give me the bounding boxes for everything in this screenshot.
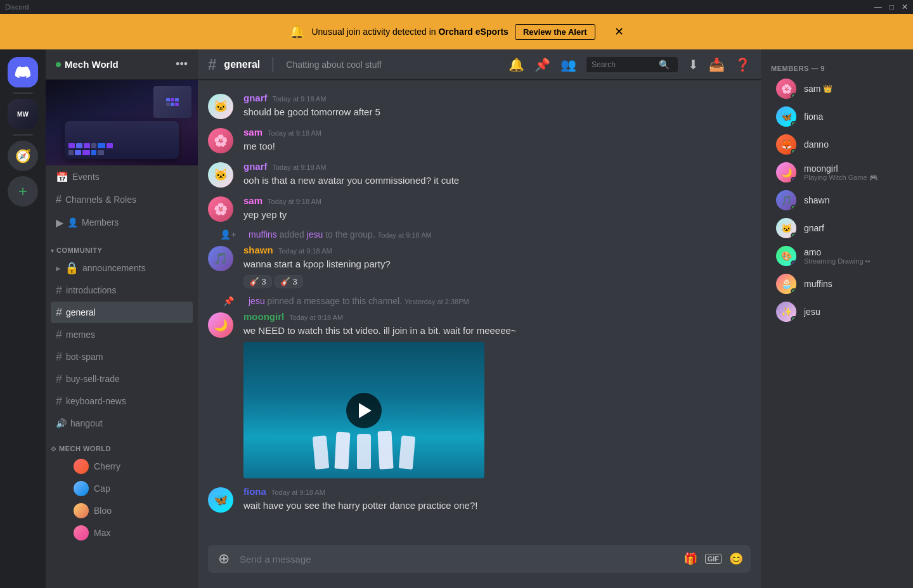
message-time-gnarf-1: Today at 9:18 AM xyxy=(273,95,327,103)
member-avatar-moongirl: 🌙 xyxy=(776,162,796,182)
hash-icon-bot-spam: # xyxy=(56,350,62,364)
message-author-sam-2[interactable]: sam xyxy=(243,195,262,206)
members-icon: ▶ xyxy=(56,217,63,229)
message-author-sam[interactable]: sam xyxy=(243,127,262,137)
reaction-headphones-1[interactable]: 🎸 3 xyxy=(243,275,272,288)
member-info-shawn: shawn xyxy=(804,195,898,205)
video-embed[interactable] xyxy=(243,342,484,478)
search-input[interactable] xyxy=(592,60,655,69)
emoji-picker-icon[interactable]: 😊 xyxy=(729,552,743,566)
sub-channel-max[interactable]: Max xyxy=(51,522,193,544)
member-item-sam[interactable]: 🌸 sam 👑 xyxy=(766,75,908,103)
add-server-button[interactable]: + xyxy=(8,176,38,207)
message-author-moongirl[interactable]: moongirl xyxy=(243,311,284,322)
member-item-danno[interactable]: 🦊 danno xyxy=(766,131,908,158)
channel-hangout[interactable]: 🔊 hangout xyxy=(51,412,193,434)
members-category-label: MEMBERS — 9 xyxy=(761,60,913,75)
mech-world-server-icon[interactable]: MW xyxy=(8,99,38,129)
community-category[interactable]: ▾ COMMUNITY xyxy=(46,236,198,257)
member-item-amo[interactable]: 🎨 amo Streaming Drawing •• xyxy=(766,242,908,270)
message-author-gnarf-2[interactable]: gnarf xyxy=(243,161,268,172)
amo-activity: Streaming Drawing •• xyxy=(804,257,898,265)
member-avatar-shawn: 🎵 xyxy=(776,190,796,210)
inbox-icon[interactable]: 📥 xyxy=(709,57,725,72)
system-time: Today at 9:18 AM xyxy=(378,231,432,239)
member-item-muffins[interactable]: 🧁 muffins xyxy=(766,270,908,298)
system-actor-muffins[interactable]: muffins xyxy=(249,229,277,240)
fiona-status-indicator xyxy=(791,121,796,127)
search-bar[interactable]: 🔍 xyxy=(586,57,678,72)
member-name-sam: sam 👑 xyxy=(804,84,898,94)
member-item-moongirl[interactable]: 🌙 moongirl Playing Witch Game 🎮 xyxy=(766,158,908,186)
add-attachment-button[interactable]: ⊕ xyxy=(213,551,235,567)
pinned-messages-pin-icon[interactable]: 📌 xyxy=(534,57,550,72)
gif-button[interactable]: GIF xyxy=(705,554,722,564)
download-icon[interactable]: ⬇ xyxy=(688,57,699,72)
events-item[interactable]: 📅 Events xyxy=(51,165,193,188)
message-group-fiona: 🦋 fiona Today at 9:18 AM wait have you s… xyxy=(198,483,761,515)
message-group-sam-1: 🌸 sam Today at 9:18 AM me too! xyxy=(198,124,761,156)
mech-world-category[interactable]: ⚙ Mech World xyxy=(46,435,198,455)
channel-bot-spam[interactable]: # bot-spam xyxy=(51,346,193,368)
channel-general[interactable]: # general xyxy=(51,302,193,323)
message-author-shawn[interactable]: shawn xyxy=(243,245,273,255)
gift-icon[interactable]: 🎁 xyxy=(683,552,697,566)
members-item[interactable]: ▶ 👤 Members xyxy=(51,211,193,234)
channel-keyboard-news[interactable]: # keyboard-news xyxy=(51,390,193,412)
member-item-shawn[interactable]: 🎵 shawn xyxy=(766,186,908,214)
video-thumbnail xyxy=(243,342,484,478)
alert-close-button[interactable]: ✕ xyxy=(614,25,624,39)
message-content-gnarf-1: gnarf Today at 9:18 AM should be good to… xyxy=(243,93,751,119)
message-header-shawn: shawn Today at 9:18 AM xyxy=(243,245,751,255)
maximize-btn[interactable]: □ xyxy=(890,3,894,11)
member-item-fiona[interactable]: 🦋 fiona xyxy=(766,103,908,131)
sub-channel-bloo[interactable]: Bloo xyxy=(51,500,193,521)
member-item-jesu[interactable]: ✨ jesu xyxy=(766,298,908,326)
message-text-gnarf-1: should be good tomorrow after 5 xyxy=(243,106,751,119)
reaction-bar-shawn: 🎸 3 🎸 3 xyxy=(243,275,751,288)
message-author-gnarf[interactable]: gnarf xyxy=(243,93,268,103)
sub-channel-cap[interactable]: Cap xyxy=(51,478,193,499)
server-name: Mech World xyxy=(56,59,119,70)
server-header[interactable]: Mech World ••• xyxy=(46,49,198,80)
pin-actor-jesu[interactable]: jesu xyxy=(249,296,265,306)
message-author-fiona[interactable]: fiona xyxy=(243,486,266,497)
minimize-btn[interactable]: — xyxy=(874,3,882,11)
sub-channel-cherry[interactable]: Cherry xyxy=(51,456,193,477)
reaction-headphones-2[interactable]: 🎸 3 xyxy=(275,275,303,288)
calendar-icon: 📅 xyxy=(56,171,68,183)
member-avatar-jesu: ✨ xyxy=(776,302,796,322)
shawn-status-indicator xyxy=(791,205,796,210)
help-icon[interactable]: ❓ xyxy=(735,57,751,72)
message-input[interactable] xyxy=(235,547,683,572)
server-options-icon[interactable]: ••• xyxy=(176,58,188,71)
channel-memes[interactable]: # memes xyxy=(51,324,193,345)
hash-icon-general: # xyxy=(56,306,62,319)
server-banner xyxy=(46,80,198,165)
hash-icon-buy-sell-trade: # xyxy=(56,373,62,386)
pin-time: Yesterday at 2:38PM xyxy=(405,298,469,305)
channel-buy-sell-trade[interactable]: # buy-sell-trade xyxy=(51,368,193,390)
video-play-button[interactable] xyxy=(346,393,382,428)
channel-announcements[interactable]: ▶ 🔒 announcements xyxy=(51,257,193,279)
discord-logo-icon xyxy=(15,65,30,80)
explore-servers-button[interactable]: 🧭 xyxy=(8,141,38,171)
channel-introductions[interactable]: # introductions xyxy=(51,279,193,301)
member-name-jesu: jesu xyxy=(804,307,898,317)
channels-roles-item[interactable]: # Channels & Roles xyxy=(51,188,193,211)
member-item-gnarf[interactable]: 🐱 gnarf xyxy=(766,214,908,242)
message-text-fiona: wait have you see the harry potter dance… xyxy=(243,499,751,513)
member-name-amo: amo xyxy=(804,247,898,257)
review-alert-button[interactable]: Review the Alert xyxy=(515,24,595,40)
members-list-icon[interactable]: 👥 xyxy=(560,57,576,72)
crown-icon: 👑 xyxy=(823,84,832,93)
member-name-danno: danno xyxy=(804,139,898,150)
discord-home-button[interactable] xyxy=(8,57,38,87)
close-btn[interactable]: ✕ xyxy=(902,3,908,11)
member-info-gnarf: gnarf xyxy=(804,223,898,233)
pin-icon: 📌 xyxy=(216,296,241,306)
fiona-avatar: 🦋 xyxy=(208,487,233,513)
system-target-jesu[interactable]: jesu xyxy=(307,229,323,240)
icon-bar-divider-2 xyxy=(13,134,33,136)
notifications-bell-icon[interactable]: 🔔 xyxy=(508,57,524,72)
